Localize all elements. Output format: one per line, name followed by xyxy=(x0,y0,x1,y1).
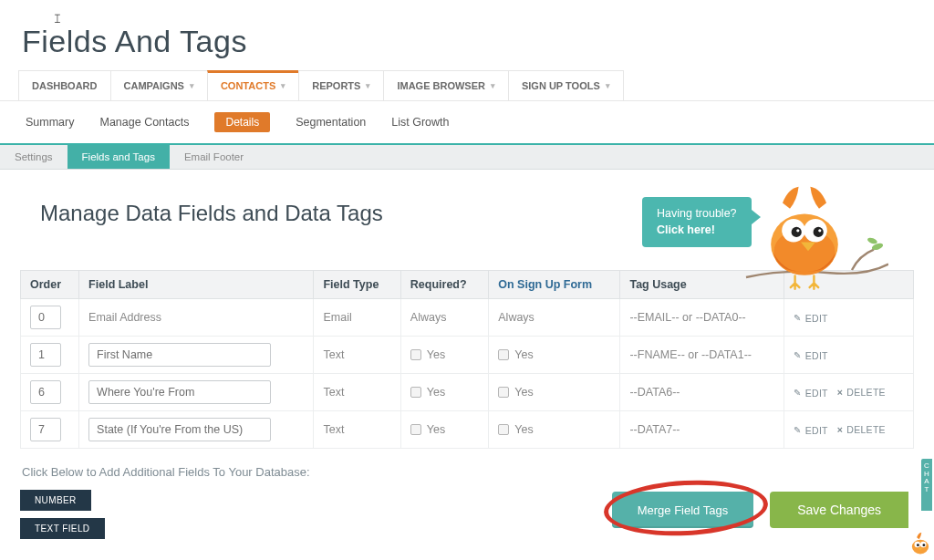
svg-point-14 xyxy=(922,544,925,546)
tertiary-nav-settings[interactable]: Settings xyxy=(0,145,67,169)
order-input[interactable] xyxy=(30,380,61,404)
merge-field-tags-button[interactable]: Merge Field Tags xyxy=(612,492,753,528)
checkbox-icon[interactable] xyxy=(498,387,509,398)
tertiary-nav-fields-and-tags[interactable]: Fields and Tags xyxy=(67,145,170,169)
secondary-nav-summary[interactable]: Summary xyxy=(26,116,74,129)
save-changes-button[interactable]: Save Changes xyxy=(770,492,908,528)
svg-point-9 xyxy=(818,229,821,232)
edit-label: EDIT xyxy=(805,313,828,324)
field-type: Text xyxy=(314,374,400,411)
nav-label: REPORTS xyxy=(312,80,360,91)
secondary-nav-list-growth[interactable]: List Growth xyxy=(391,116,449,129)
delete-link[interactable]: ×DELETE xyxy=(837,387,886,398)
checkbox-icon[interactable] xyxy=(498,349,509,360)
col-signup: On Sign Up Form xyxy=(489,271,620,299)
checkbox-icon[interactable] xyxy=(410,349,421,360)
mascot-bird xyxy=(742,181,888,308)
nav-label: IMAGE BROWSER xyxy=(397,80,485,91)
chat-side-label[interactable]: CHAT xyxy=(921,459,932,511)
table-row: TextYesYes--FNAME-- or --DATA1--✎EDIT xyxy=(21,337,914,374)
edit-label: EDIT xyxy=(805,425,828,436)
col-required: Required? xyxy=(400,271,488,299)
primary-nav-item-image-browser[interactable]: IMAGE BROWSER▾ xyxy=(383,70,509,100)
svg-point-1 xyxy=(867,236,877,244)
svg-point-8 xyxy=(796,229,799,232)
primary-nav-item-dashboard[interactable]: DASHBOARD xyxy=(18,70,111,100)
help-line-1: Having trouble? xyxy=(657,206,737,223)
tertiary-nav: SettingsFields and TagsEmail Footer xyxy=(0,145,934,170)
pencil-icon: ✎ xyxy=(794,388,801,398)
page-title: Fields And Tags xyxy=(0,0,934,70)
field-label-input[interactable] xyxy=(88,380,271,404)
signup-cell: Yes xyxy=(489,337,620,374)
primary-nav-item-sign-up-tools[interactable]: SIGN UP TOOLS▾ xyxy=(508,70,624,100)
edit-link[interactable]: ✎EDIT xyxy=(794,388,827,399)
action-row: Merge Field Tags Save Changes xyxy=(20,492,914,528)
edit-link[interactable]: ✎EDIT xyxy=(794,313,827,324)
pencil-icon: ✎ xyxy=(794,313,801,323)
chevron-down-icon: ▾ xyxy=(366,81,370,90)
nav-label: SIGN UP TOOLS xyxy=(522,80,600,91)
nav-label: CAMPAIGNS xyxy=(124,80,184,91)
signup-value: Always xyxy=(498,311,534,324)
signup-value: Yes xyxy=(514,423,533,436)
add-field-note: Click Below to Add Additional Fields To … xyxy=(22,465,914,479)
delete-label: DELETE xyxy=(846,387,886,398)
signup-cell: Yes xyxy=(489,411,620,449)
field-type: Email xyxy=(314,299,400,337)
chevron-down-icon: ▾ xyxy=(606,81,610,90)
primary-nav-item-campaigns[interactable]: CAMPAIGNS▾ xyxy=(110,70,208,100)
required-cell: Yes xyxy=(400,411,488,449)
required-cell: Yes xyxy=(400,374,488,411)
field-label-input[interactable] xyxy=(88,418,271,441)
primary-nav-item-contacts[interactable]: CONTACTS▾ xyxy=(207,70,299,100)
svg-point-13 xyxy=(917,544,919,546)
required-value: Yes xyxy=(427,386,445,399)
svg-point-7 xyxy=(814,227,824,237)
delete-link[interactable]: ×DELETE xyxy=(837,424,886,435)
edit-label: EDIT xyxy=(805,350,828,361)
edit-link[interactable]: ✎EDIT xyxy=(794,425,827,436)
tag-usage: --FNAME-- or --DATA1-- xyxy=(620,337,784,374)
checkbox-icon[interactable] xyxy=(410,424,421,435)
secondary-nav-manage-contacts[interactable]: Manage Contacts xyxy=(99,116,189,129)
checkbox-icon[interactable] xyxy=(410,387,421,398)
primary-nav: DASHBOARDCAMPAIGNS▾CONTACTS▾REPORTS▾IMAG… xyxy=(0,70,934,101)
pencil-icon: ✎ xyxy=(794,425,801,435)
checkbox-icon[interactable] xyxy=(498,424,509,435)
help-callout[interactable]: Having trouble? Click here! xyxy=(642,197,752,247)
signup-value: Yes xyxy=(514,348,533,361)
chevron-down-icon: ▾ xyxy=(190,81,194,90)
secondary-nav-segmentation[interactable]: Segmentation xyxy=(296,116,366,129)
primary-nav-item-reports[interactable]: REPORTS▾ xyxy=(298,70,384,100)
field-label-input[interactable] xyxy=(88,343,271,367)
field-type: Text xyxy=(314,337,400,374)
field-label-text: Email Address xyxy=(88,311,161,324)
edit-link[interactable]: ✎EDIT xyxy=(794,350,827,361)
col-order: Order xyxy=(21,271,79,299)
signup-cell: Yes xyxy=(489,374,620,411)
content-area: Manage Data Fields and Data Tags Having … xyxy=(0,170,934,550)
tag-usage: --DATA6-- xyxy=(620,374,784,411)
signup-value: Yes xyxy=(514,386,533,399)
table-row: TextYesYes--DATA7--✎EDIT×DELETE xyxy=(21,411,914,449)
chat-mascot-icon[interactable] xyxy=(908,533,932,556)
nav-label: CONTACTS xyxy=(221,80,275,91)
tertiary-nav-email-footer[interactable]: Email Footer xyxy=(170,145,258,169)
order-input[interactable] xyxy=(30,418,61,441)
order-input[interactable] xyxy=(30,306,61,329)
edit-label: EDIT xyxy=(805,388,828,399)
secondary-nav-details[interactable]: Details xyxy=(214,112,270,132)
svg-point-10 xyxy=(912,540,929,555)
field-type: Text xyxy=(314,411,400,449)
chevron-down-icon: ▾ xyxy=(491,81,495,90)
delete-label: DELETE xyxy=(846,424,886,435)
close-icon: × xyxy=(837,424,843,435)
required-value: Yes xyxy=(427,423,445,436)
order-input[interactable] xyxy=(30,343,61,367)
secondary-nav: SummaryManage ContactsDetailsSegmentatio… xyxy=(0,101,934,145)
required-value: Yes xyxy=(427,348,445,361)
signup-cell: Always xyxy=(489,299,620,337)
required-value: Always xyxy=(410,311,447,324)
help-line-2: Click here! xyxy=(657,223,715,236)
